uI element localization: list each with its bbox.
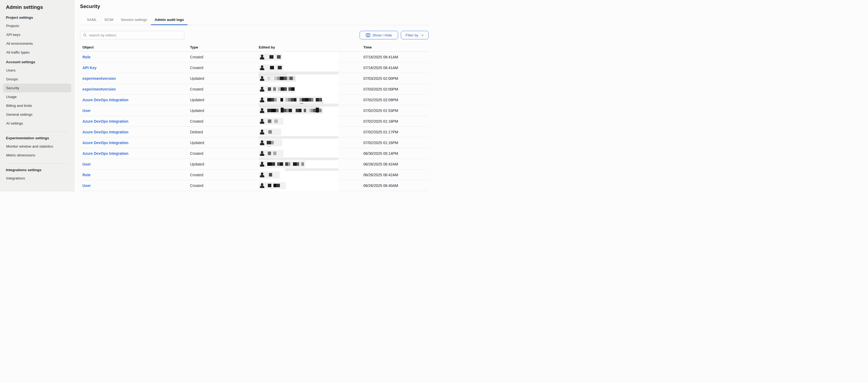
type-cell: Created (190, 52, 204, 62)
table-row: RoleCreated06/26/2025 06:42AM (80, 170, 428, 180)
time-cell: 06/30/2025 05:14PM (363, 148, 398, 158)
redaction-blocks (265, 171, 272, 178)
object-link[interactable]: experimentversion (83, 84, 116, 94)
type-cell: Updated (190, 138, 204, 148)
redaction-blocks (265, 54, 281, 61)
sidebar-item-metric-dimensions[interactable]: Metric dimensions (3, 151, 71, 159)
sidebar-item-general-settings[interactable]: General settings (3, 110, 71, 119)
search-icon (83, 33, 87, 37)
table-row: experimentversionCreated07/03/2025 02:00… (80, 84, 428, 94)
search-box[interactable] (80, 31, 184, 39)
sidebar-section-header: Integrations settings (6, 167, 68, 173)
object-link[interactable]: Azure DevOps Integration (83, 138, 128, 148)
type-cell: Created (190, 116, 204, 126)
audit-log-table: ObjectTypeEdited byTime RoleCreated07/16… (80, 43, 428, 192)
sidebar-item-monitor-window-and-statistics[interactable]: Monitor window and statistics (3, 142, 71, 151)
table-row: Azure DevOps IntegrationCreated06/30/202… (80, 148, 428, 159)
user-avatar-icon (259, 118, 265, 125)
user-avatar-icon (259, 75, 265, 82)
sidebar-section-header: Project settings (6, 14, 68, 20)
time-cell: 06/26/2025 06:42AM (363, 170, 398, 180)
time-cell: 07/02/2025 02:09PM (363, 94, 398, 105)
object-link[interactable]: Azure DevOps Integration (83, 116, 128, 126)
edited-by-pill (259, 150, 283, 157)
sidebar-section-header: Experimentation settings (6, 135, 68, 141)
type-cell: Updated (190, 73, 204, 84)
tab-scim[interactable]: SCIM (101, 15, 117, 25)
user-avatar-icon (259, 182, 265, 189)
sidebar-item-ai-settings[interactable]: AI settings (3, 119, 71, 128)
sidebar-item-billing-and-limits[interactable]: Billing and limits (3, 101, 71, 110)
filter-by-button[interactable]: Filter by (401, 31, 429, 39)
type-cell: Created (190, 84, 204, 94)
user-avatar-icon (259, 54, 265, 61)
time-cell: 07/16/2025 08:41AM (363, 52, 398, 62)
column-header-edited-by: Edited by (259, 43, 275, 52)
edited-by-pill (259, 86, 296, 93)
object-link[interactable]: Azure DevOps Integration (83, 148, 128, 158)
edited-by-pill (259, 118, 283, 125)
column-header-object: Object (83, 43, 94, 52)
sidebar-item-all-traffic-types[interactable]: All traffic types (3, 48, 71, 57)
redaction-blocks (265, 86, 294, 93)
edited-by-pill (259, 54, 282, 61)
sidebar-item-all-environments[interactable]: All environments (3, 39, 71, 48)
table-row: RoleCreated07/16/2025 08:41AM (80, 52, 428, 62)
sidebar-item-integrations[interactable]: Integrations (3, 174, 71, 183)
user-avatar-icon (259, 171, 265, 178)
object-link[interactable]: Role (83, 170, 90, 180)
redaction-bar (259, 136, 338, 139)
search-input[interactable] (89, 33, 181, 37)
user-avatar-icon (259, 161, 265, 168)
sidebar: Admin settings Project settingsProjectsA… (0, 0, 74, 192)
object-link[interactable]: User (83, 105, 91, 116)
object-link[interactable]: API Key (83, 62, 97, 73)
user-avatar-icon (259, 86, 265, 93)
sidebar-sections: Project settingsProjectsAPI keysAll envi… (0, 14, 74, 183)
edited-by-pill (259, 75, 296, 82)
user-avatar-icon (259, 64, 265, 71)
type-cell: Created (190, 148, 204, 158)
time-cell: 07/16/2025 08:41AM (363, 62, 398, 73)
sidebar-item-api-keys[interactable]: API keys (3, 30, 71, 39)
sidebar-item-usage[interactable]: Usage (3, 92, 71, 101)
sidebar-item-projects[interactable]: Projects (3, 22, 71, 30)
time-cell: 07/02/2025 01:16PM (363, 138, 398, 148)
sidebar-section-header: Account settings (6, 59, 68, 65)
redaction-bar (285, 168, 338, 171)
sidebar-divider (6, 131, 68, 132)
table-row: Azure DevOps IntegrationUpdated07/02/202… (80, 94, 428, 105)
redaction-blocks (265, 96, 322, 104)
table-row: experimentversionUpdated07/03/2025 02:00… (80, 73, 428, 84)
edited-by-pill (259, 161, 305, 168)
object-link[interactable]: Role (83, 52, 90, 62)
tab-admin-audit-logs[interactable]: Admin audit logs (151, 15, 188, 25)
sidebar-item-users[interactable]: Users (3, 66, 71, 75)
object-link[interactable]: User (83, 180, 91, 191)
time-cell: 07/02/2025 01:17PM (363, 127, 398, 137)
redaction-bar (259, 71, 338, 75)
tab-session-settings[interactable]: Session settings (117, 15, 151, 25)
sidebar-title: Admin settings (6, 4, 68, 10)
filter-by-label: Filter by (405, 33, 418, 37)
edited-by-pill (259, 64, 283, 71)
tab-saml[interactable]: SAML (83, 15, 101, 25)
edited-by-pill (259, 128, 281, 136)
redaction-bar (259, 157, 338, 160)
object-link[interactable]: User (83, 159, 91, 169)
object-link[interactable]: Azure DevOps Integration (83, 127, 128, 137)
type-cell: Updated (190, 159, 204, 169)
show-hide-button[interactable]: Show / Hide (360, 31, 398, 39)
show-hide-label: Show / Hide (372, 33, 392, 37)
time-cell: 07/03/2025 02:00PM (363, 73, 398, 84)
sidebar-item-security[interactable]: Security (3, 84, 71, 92)
table-row: UserUpdated06/26/2025 06:42AM (80, 159, 428, 170)
sidebar-item-groups[interactable]: Groups (3, 75, 71, 84)
table-header-row: ObjectTypeEdited byTime (80, 43, 428, 52)
object-link[interactable]: experimentversion (83, 73, 116, 84)
time-cell: 07/02/2025 01:53PM (363, 105, 398, 116)
type-cell: Created (190, 180, 204, 191)
column-header-type: Type (190, 43, 198, 52)
object-link[interactable]: Azure DevOps Integration (83, 94, 128, 105)
table-body: RoleCreated07/16/2025 08:41AMAPI KeyCrea… (80, 52, 428, 191)
